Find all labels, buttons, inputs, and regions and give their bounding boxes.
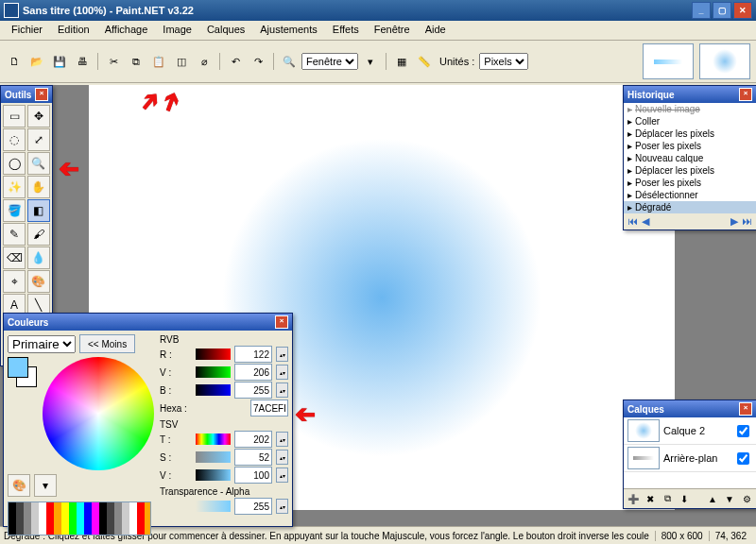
menu-view[interactable]: Affichage <box>97 21 156 40</box>
layer-props-icon[interactable]: ⚙ <box>739 491 754 506</box>
tools-pane-close-icon[interactable]: × <box>35 88 48 101</box>
rulers-icon[interactable]: 📏 <box>414 51 435 72</box>
menu-adjust[interactable]: Ajustements <box>252 21 325 40</box>
alpha-spin[interactable]: ▴▾ <box>276 499 288 514</box>
layer-row[interactable]: Calque 2 <box>624 417 756 445</box>
layer-delete-icon[interactable]: ✖ <box>643 491 658 506</box>
s-spin[interactable]: ▴▾ <box>276 450 288 465</box>
tool-clone[interactable]: ⌖ <box>3 270 26 293</box>
h-input[interactable] <box>234 431 272 448</box>
layer-up-icon[interactable]: ▲ <box>705 491 720 506</box>
color-wheel[interactable] <box>43 357 154 470</box>
new-icon[interactable]: 🗋 <box>4 51 25 72</box>
print-icon[interactable]: 🖶 <box>72 51 93 72</box>
palette-grid[interactable] <box>8 502 151 536</box>
layer-merge-icon[interactable]: ⬇ <box>677 491 692 506</box>
history-item[interactable]: ▸Poser les pixels <box>624 177 756 189</box>
fg-bg-swatch[interactable] <box>8 357 37 387</box>
tool-paint-bucket[interactable]: 🪣 <box>3 199 26 222</box>
history-first-icon[interactable]: ⏮ <box>627 215 638 228</box>
r-slider[interactable] <box>196 348 231 360</box>
history-item[interactable]: ▸Dégradé <box>624 201 756 213</box>
menu-window[interactable]: Fenêtre <box>367 21 418 40</box>
tool-move-sel[interactable]: ✥ <box>27 105 50 128</box>
color-which-combo[interactable]: Primaire <box>8 335 76 353</box>
tool-magic-wand[interactable]: ✨ <box>3 176 26 198</box>
tool-pan[interactable]: ✋ <box>27 176 50 198</box>
history-prev-icon[interactable]: ◀ <box>642 215 649 228</box>
history-item[interactable]: ▸Coller <box>624 115 756 128</box>
document-thumb-2[interactable] <box>699 43 750 79</box>
r-input[interactable] <box>234 346 272 363</box>
deselect-icon[interactable]: ⌀ <box>194 51 215 72</box>
menu-image[interactable]: Image <box>155 21 199 40</box>
menu-help[interactable]: Aide <box>418 21 454 40</box>
hex-input[interactable] <box>250 400 288 416</box>
tool-eraser[interactable]: ⌫ <box>3 246 26 269</box>
r-spin[interactable]: ▴▾ <box>276 347 288 362</box>
s-slider[interactable] <box>196 451 231 463</box>
layer-visible-checkbox[interactable] <box>737 452 749 465</box>
b-slider[interactable] <box>196 384 231 396</box>
tool-rect-select[interactable]: ▭ <box>3 105 26 128</box>
tool-brush[interactable]: 🖌 <box>27 223 50 246</box>
layer-down-icon[interactable]: ▼ <box>722 491 737 506</box>
g-slider[interactable] <box>196 366 231 378</box>
tool-pencil[interactable]: ✎ <box>3 223 26 246</box>
tool-ellipse-select[interactable]: ◯ <box>3 152 26 175</box>
layer-visible-checkbox[interactable] <box>737 425 749 437</box>
zoom-dropdown-icon[interactable]: ▾ <box>360 51 381 72</box>
history-last-icon[interactable]: ⏭ <box>742 215 752 228</box>
tool-gradient[interactable]: ◧ <box>27 199 50 222</box>
v-spin[interactable]: ▴▾ <box>276 468 288 483</box>
zoom-tool-icon[interactable]: 🔍 <box>279 51 300 72</box>
open-icon[interactable]: 📂 <box>26 51 47 72</box>
paste-icon[interactable]: 📋 <box>148 51 169 72</box>
layer-duplicate-icon[interactable]: ⧉ <box>660 491 675 506</box>
v-slider[interactable] <box>196 469 231 481</box>
b-input[interactable] <box>234 382 272 399</box>
cut-icon[interactable]: ✂ <box>103 51 124 72</box>
window-close-button[interactable]: ✕ <box>733 2 752 19</box>
window-minimize-button[interactable]: _ <box>692 2 711 19</box>
layer-row[interactable]: Arrière-plan <box>624 445 756 472</box>
colors-pane-close-icon[interactable]: × <box>275 315 288 329</box>
menu-file[interactable]: Fichier <box>4 21 50 40</box>
history-item[interactable]: ▸Nouveau calque <box>624 152 756 164</box>
window-maximize-button[interactable]: ▢ <box>713 2 731 19</box>
copy-icon[interactable]: ⧉ <box>126 51 146 72</box>
alpha-slider[interactable] <box>196 501 231 512</box>
history-next-icon[interactable]: ▶ <box>730 215 738 228</box>
tool-zoom[interactable]: 🔍 <box>27 152 50 175</box>
zoom-combo[interactable]: Fenêtre <box>301 53 358 70</box>
document-thumb-1[interactable] <box>643 43 694 79</box>
v-input[interactable] <box>234 467 272 484</box>
history-item[interactable]: ▸Déplacer les pixels <box>624 164 756 177</box>
add-swatch-icon[interactable]: 🎨 <box>8 474 30 497</box>
crop-icon[interactable]: ◫ <box>171 51 192 72</box>
history-item[interactable]: ▸Déplacer les pixels <box>624 128 756 140</box>
tool-recolor[interactable]: 🎨 <box>27 270 50 293</box>
h-slider[interactable] <box>196 434 231 445</box>
redo-icon[interactable]: ↷ <box>248 51 268 72</box>
layer-add-icon[interactable]: ➕ <box>626 491 641 506</box>
b-spin[interactable]: ▴▾ <box>276 382 288 398</box>
alpha-input[interactable] <box>234 498 272 515</box>
colors-less-button[interactable]: << Moins <box>79 334 135 353</box>
history-item[interactable]: ▸Nouvelle image <box>624 103 756 115</box>
history-pane-close-icon[interactable]: × <box>739 88 752 101</box>
menu-layers[interactable]: Calques <box>199 21 252 40</box>
g-spin[interactable]: ▴▾ <box>276 365 288 380</box>
history-item[interactable]: ▸Désélectionner <box>624 189 756 201</box>
menu-edit[interactable]: Edition <box>50 21 97 40</box>
tool-color-picker[interactable]: 💧 <box>27 246 50 269</box>
units-combo[interactable]: Pixels <box>479 53 528 70</box>
h-spin[interactable]: ▴▾ <box>276 432 288 447</box>
menu-effects[interactable]: Effets <box>325 21 367 40</box>
g-input[interactable] <box>234 364 272 381</box>
undo-icon[interactable]: ↶ <box>225 51 246 72</box>
tool-lasso[interactable]: ◌ <box>3 128 26 151</box>
tool-move-px[interactable]: ⤢ <box>27 128 50 151</box>
history-item[interactable]: ▸Poser les pixels <box>624 140 756 152</box>
grid-icon[interactable]: ▦ <box>391 51 412 72</box>
